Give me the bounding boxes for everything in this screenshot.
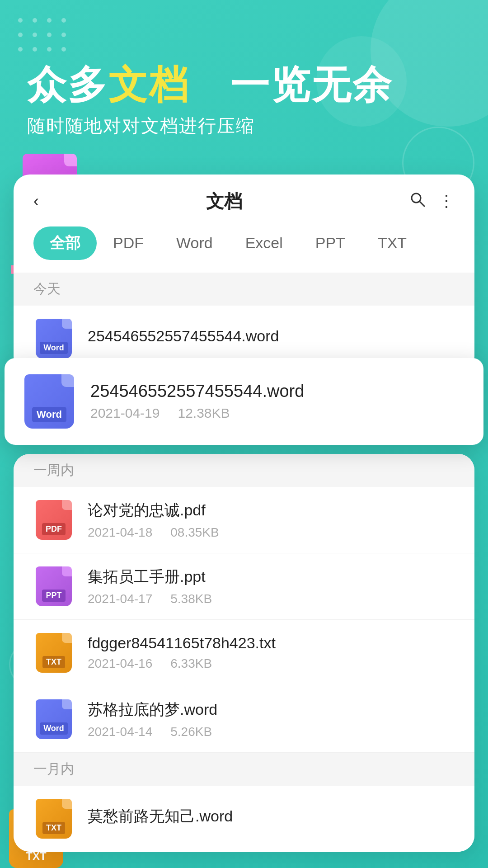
word-icon-label: Word — [40, 342, 68, 354]
txt-file-meta: 2021-04-16 6.33KB — [88, 656, 455, 671]
filter-tabs: 全部 PDF Word Excel PPT TXT — [14, 226, 474, 273]
pdf-file-meta: 2021-04-18 08.35KB — [88, 525, 455, 540]
pdf-file-size: 08.35KB — [170, 525, 219, 540]
pdf-file-name: 论对党的忠诚.pdf — [88, 500, 455, 521]
file-item-month-1[interactable]: TXT 莫愁前路无知己.word — [14, 786, 474, 852]
tab-all[interactable]: 全部 — [33, 226, 97, 260]
title-highlight: 文档 — [108, 63, 190, 106]
file-item-ppt[interactable]: PPT 集拓员工手册.ppt 2021-04-17 5.38KB — [14, 553, 474, 620]
txt-file-info: fdgger84541165t78h423.txt 2021-04-16 6.3… — [88, 634, 455, 671]
txt-float-label: TXT — [26, 850, 46, 863]
ppt-file-meta: 2021-04-17 5.38KB — [88, 592, 455, 606]
tab-word[interactable]: Word — [160, 228, 229, 258]
word-icon-small: Word — [33, 318, 74, 359]
word2-icon-wrap: Word — [33, 699, 74, 740]
search-icon[interactable] — [409, 191, 426, 212]
txt-icon: TXT — [36, 633, 72, 673]
card-inner: ‹ 文档 ⋮ 全部 PDF Word Excel — [14, 175, 474, 372]
txt-icon-label: TXT — [42, 656, 65, 668]
word-icon: Word — [36, 319, 72, 359]
txt-file-name: fdgger84541165t78h423.txt — [88, 634, 455, 652]
ppt-icon-wrap: PPT — [33, 566, 74, 607]
month-file-info: 莫愁前路无知己.word — [88, 806, 455, 831]
word2-file-meta: 2021-04-14 5.26KB — [88, 725, 455, 739]
highlighted-file-date: 2021-04-19 — [90, 406, 160, 421]
tab-excel[interactable]: Excel — [229, 228, 299, 258]
word2-icon-label: Word — [40, 722, 68, 735]
more-icon[interactable]: ⋮ — [438, 192, 455, 211]
txt2-icon-label: TXT — [42, 822, 65, 834]
week-card: 一周内 PDF 论对党的忠诚.pdf 2021-04-18 08.35KB PP… — [14, 454, 474, 852]
highlighted-file-info: 254546552557455544.word 2021-04-19 12.38… — [90, 382, 464, 421]
txt-file-date: 2021-04-16 — [88, 656, 152, 671]
title-part1: 众多 — [27, 63, 108, 106]
ppt-file-name: 集拓员工手册.ppt — [88, 566, 455, 587]
back-button[interactable]: ‹ — [33, 192, 39, 211]
file-item-word2[interactable]: Word 苏格拉底的梦.word 2021-04-14 5.26KB — [14, 686, 474, 753]
header-subtitle: 随时随地对对文档进行压缩 — [27, 113, 461, 138]
word2-file-info: 苏格拉底的梦.word 2021-04-14 5.26KB — [88, 699, 455, 739]
section-month: 一月内 — [14, 753, 474, 786]
word-large-label: Word — [32, 407, 66, 422]
highlighted-file-name: 254546552557455544.word — [90, 382, 464, 401]
section-week: 一周内 — [14, 454, 474, 487]
tab-ppt[interactable]: PPT — [299, 228, 361, 258]
highlighted-file-meta: 2021-04-19 12.38KB — [90, 406, 464, 421]
header-area: 众多文档 一览无余 随时随地对对文档进行压缩 — [0, 0, 488, 156]
word2-file-name: 苏格拉底的梦.word — [88, 699, 455, 720]
tab-txt[interactable]: TXT — [361, 228, 423, 258]
toolbar-title: 文档 — [206, 189, 242, 214]
svg-line-1 — [419, 201, 424, 206]
word2-file-size: 5.26KB — [170, 725, 212, 739]
word2-icon: Word — [36, 699, 72, 739]
ppt-icon: PPT — [36, 566, 72, 606]
file-item-txt[interactable]: TXT fdgger84541165t78h423.txt 2021-04-16… — [14, 620, 474, 686]
title-part2: 一览无余 — [230, 63, 393, 106]
ppt-file-date: 2021-04-17 — [88, 592, 152, 606]
txt-file-size: 6.33KB — [170, 656, 212, 671]
word2-file-date: 2021-04-14 — [88, 725, 152, 739]
tab-pdf[interactable]: PDF — [97, 228, 160, 258]
highlighted-file-size: 12.38KB — [178, 406, 230, 421]
floating-card-wrapper: Word 254546552557455544.word 2021-04-19 … — [9, 358, 479, 445]
ppt-file-info: 集拓员工手册.ppt 2021-04-17 5.38KB — [88, 566, 455, 606]
pdf-icon-wrap: PDF — [33, 500, 74, 540]
ppt-file-size: 5.38KB — [170, 592, 212, 606]
page: 众多文档 一览无余 随时随地对对文档进行压缩 PPT ✚ TXT ‹ 文档 — [0, 0, 488, 868]
month-file-name: 莫愁前路无知己.word — [88, 806, 455, 827]
toolbar-icons: ⋮ — [409, 191, 455, 212]
file-info: 254546552557455544.word — [88, 327, 455, 349]
floating-highlighted-card[interactable]: Word 254546552557455544.word 2021-04-19 … — [5, 358, 483, 445]
section-today: 今天 — [14, 273, 474, 306]
card-toolbar: ‹ 文档 ⋮ — [14, 175, 474, 226]
ppt-icon-label: PPT — [42, 590, 65, 602]
pdf-file-date: 2021-04-18 — [88, 525, 152, 540]
file-name: 254546552557455544.word — [88, 327, 455, 345]
word-icon-large: Word — [24, 374, 74, 429]
txt2-icon: TXT — [36, 799, 72, 839]
txt2-icon-wrap: TXT — [33, 798, 74, 839]
header-title: 众多文档 一览无余 — [27, 63, 461, 106]
file-item-pdf[interactable]: PDF 论对党的忠诚.pdf 2021-04-18 08.35KB — [14, 487, 474, 553]
main-card: ‹ 文档 ⋮ 全部 PDF Word Excel — [14, 175, 474, 372]
txt-icon-wrap: TXT — [33, 632, 74, 673]
pdf-file-info: 论对党的忠诚.pdf 2021-04-18 08.35KB — [88, 500, 455, 540]
pdf-icon: PDF — [36, 500, 72, 540]
pdf-icon-label: PDF — [42, 523, 66, 535]
